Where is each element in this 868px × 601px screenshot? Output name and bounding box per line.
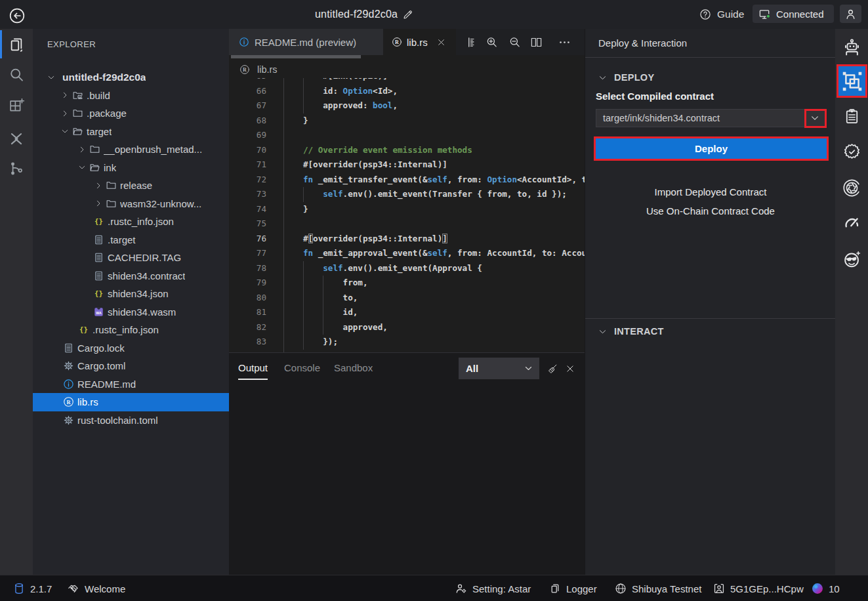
- tree-item--package[interactable]: .package: [33, 104, 229, 123]
- chevron-down-icon: [46, 73, 56, 82]
- tab-readme[interactable]: README.md (preview): [229, 29, 383, 55]
- code-line-69[interactable]: 69: [229, 128, 585, 143]
- folder-icon: [106, 180, 117, 191]
- code-line-83[interactable]: 83 });: [229, 335, 585, 350]
- status-welcome[interactable]: Welcome: [68, 576, 125, 601]
- activity-compare[interactable]: [0, 121, 33, 152]
- code-line-75[interactable]: 75: [229, 217, 585, 232]
- rightbar-verify[interactable]: [835, 135, 868, 168]
- code-line-71[interactable]: 71 #[overrider(psp34::Internal)]: [229, 157, 585, 173]
- rightbar-deploy-interaction[interactable]: [837, 64, 867, 98]
- code-line-68[interactable]: 68 }: [229, 114, 585, 129]
- tree-item--rustc-info-json[interactable]: {}.rustc_info.json: [33, 321, 229, 339]
- deploy-button[interactable]: Deploy: [596, 138, 827, 159]
- rightbar-ai-assistant[interactable]: [835, 31, 868, 64]
- activity-source-control[interactable]: [0, 153, 33, 184]
- interact-section-header[interactable]: INTERACT: [585, 321, 836, 341]
- log-filter-select[interactable]: All: [459, 358, 539, 379]
- tree-item-label: Cargo.lock: [77, 342, 125, 354]
- code-text: to,: [283, 291, 358, 306]
- status-network-setting[interactable]: Setting: Astar: [455, 576, 531, 601]
- code-line-80[interactable]: 80 to,: [229, 291, 585, 306]
- status-network[interactable]: Shibuya Testnet: [615, 576, 701, 601]
- tree-item--target[interactable]: .target: [33, 231, 229, 249]
- tabbar-scrollbar[interactable]: [231, 55, 361, 58]
- chevron-down-icon: [60, 127, 70, 136]
- code-line-77[interactable]: 77 fn _emit_approval_event(&self, from: …: [229, 246, 585, 261]
- code-line-81[interactable]: 81 id,: [229, 305, 585, 320]
- code-line-65[interactable]: 65 #[ink(topic)]: [229, 78, 585, 84]
- tree-item-wasm32-unknow-[interactable]: wasm32-unknow...: [33, 195, 229, 213]
- status-version[interactable]: 2.1.7: [13, 576, 52, 601]
- tree-item-lib-rs[interactable]: Rlib.rs: [33, 393, 229, 411]
- tree-item-rust-toolchain-toml[interactable]: rust-toolchain.toml: [33, 411, 229, 430]
- line-number: 72: [229, 173, 266, 188]
- bottom-panel: OutputConsoleSandbox All: [229, 352, 585, 575]
- clear-output-button[interactable]: [545, 361, 560, 377]
- rightbar-openai-assistant[interactable]: [835, 171, 868, 204]
- close-tab-icon[interactable]: [436, 37, 446, 47]
- deploy-section-header[interactable]: DEPLOY: [585, 68, 836, 87]
- panel-tab-console[interactable]: Console: [284, 353, 320, 382]
- tree-item-readme-md[interactable]: README.md: [33, 375, 229, 394]
- import-deployed-contract-link[interactable]: Import Deployed Contract: [585, 186, 836, 197]
- tree-item-ink[interactable]: ink: [33, 159, 229, 177]
- tree-item-cachedir-tag[interactable]: CACHEDIR.TAG: [33, 249, 229, 267]
- code-line-74[interactable]: 74 }: [229, 202, 585, 217]
- rename-pencil-icon[interactable]: [402, 9, 414, 20]
- back-button[interactable]: [9, 8, 25, 24]
- rightbar-logs[interactable]: [835, 100, 868, 133]
- code-editor[interactable]: 65 #[ink(topic)]66 id: Option<Id>,67 app…: [229, 78, 585, 352]
- svg-text:{}: {}: [79, 326, 88, 335]
- activity-extensions[interactable]: [0, 90, 33, 121]
- statusbar: 2.1.7WelcomeSetting: AstarLoggerShibuya …: [0, 575, 868, 601]
- tree-item-cargo-lock[interactable]: Cargo.lock: [33, 339, 229, 358]
- tree-item-cargo-toml[interactable]: Cargo.toml: [33, 357, 229, 375]
- guide-button[interactable]: Guide: [699, 0, 744, 29]
- outline-tool-button[interactable]: [463, 33, 481, 51]
- close-panel-button[interactable]: [562, 361, 578, 377]
- code-line-70[interactable]: 70 // Override event emission methods: [229, 143, 585, 158]
- split-editor-button[interactable]: [527, 33, 545, 51]
- tree-item--openbrush-metad-[interactable]: __openbrush_metad...: [33, 140, 229, 159]
- panel-tab-output[interactable]: Output: [238, 353, 268, 382]
- tree-item-shiden34-contract[interactable]: shiden34.contract: [33, 267, 229, 285]
- code-line-72[interactable]: 72 fn _emit_transfer_event(&self, from: …: [229, 173, 585, 188]
- code-line-67[interactable]: 67 approved: bool,: [229, 98, 585, 114]
- use-onchain-contract-link[interactable]: Use On-Chain Contract Code: [585, 205, 836, 217]
- more-actions-button[interactable]: [555, 33, 573, 51]
- activity-search[interactable]: [0, 59, 33, 90]
- status-balance[interactable]: 10: [812, 576, 840, 601]
- tree-item-release[interactable]: release: [33, 176, 229, 195]
- code-line-82[interactable]: 82 approved,: [229, 320, 585, 335]
- connected-status-button[interactable]: Connected: [753, 5, 834, 23]
- badge-check-icon: [843, 143, 861, 161]
- explorer-sidebar: EXPLORER untitled-f29d2c0a.build.package…: [33, 29, 229, 575]
- compiled-contract-select[interactable]: target/ink/shiden34.contract: [596, 109, 826, 127]
- code-line-76[interactable]: 76 #[overrider(psp34::Internal)]: [229, 232, 585, 247]
- tree-item--build[interactable]: .build: [33, 87, 229, 105]
- zoom-in-button[interactable]: [482, 33, 501, 51]
- zoom-out-button[interactable]: [505, 33, 524, 51]
- breadcrumb[interactable]: R lib.rs: [229, 60, 585, 78]
- rightbar-gas-meter[interactable]: [835, 207, 868, 240]
- panel-tab-sandbox[interactable]: Sandbox: [334, 353, 373, 382]
- tree-item-untitled-f29d2c0a[interactable]: untitled-f29d2c0a: [33, 68, 229, 87]
- status-account-address[interactable]: 5G1GEp...HCpw: [713, 576, 804, 601]
- status-logger[interactable]: Logger: [549, 576, 597, 601]
- tree-item--rustc-info-json[interactable]: {}.rustc_info.json: [33, 213, 229, 231]
- tree-item-shiden34-json[interactable]: {}shiden34.json: [33, 285, 229, 303]
- user-account-button[interactable]: [840, 5, 861, 23]
- activity-explorer[interactable]: [0, 29, 33, 60]
- svg-text:R: R: [395, 39, 399, 45]
- rightbar-fun-mode[interactable]: [835, 243, 868, 276]
- tab-librs[interactable]: R lib.rs: [383, 29, 456, 55]
- openai-icon: [842, 178, 861, 197]
- tree-item-target[interactable]: target: [33, 123, 229, 141]
- tree-item-shiden34-wasm[interactable]: WAshiden34.wasm: [33, 303, 229, 321]
- code-line-73[interactable]: 73 self.env().emit_event(Transfer { from…: [229, 187, 585, 202]
- tree-item-label: .build: [87, 90, 110, 101]
- code-line-79[interactable]: 79 from,: [229, 276, 585, 291]
- code-line-66[interactable]: 66 id: Option<Id>,: [229, 84, 585, 99]
- code-line-78[interactable]: 78 self.env().emit_event(Approval {: [229, 261, 585, 276]
